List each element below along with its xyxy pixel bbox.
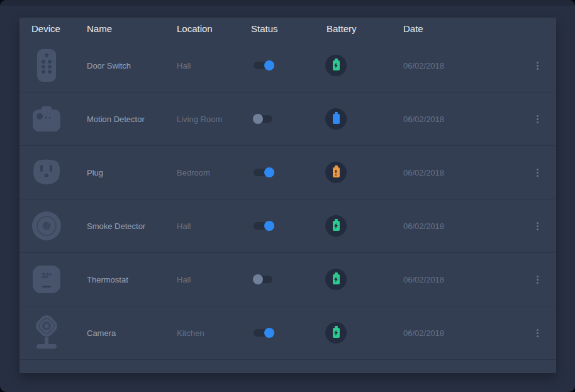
status-toggle[interactable] [254, 276, 272, 283]
device-name: Motion Detector [87, 115, 177, 124]
device-name: Camera [87, 328, 177, 338]
camera-icon [31, 315, 62, 351]
device-date: 06/02/2018 [403, 168, 518, 177]
status-toggle[interactable] [254, 329, 272, 337]
toggle-knob [253, 114, 263, 124]
device-location: Bedroom [177, 168, 251, 177]
table-row: Camera Kitchen 06/02/2018 [20, 306, 556, 360]
battery-icon [325, 215, 347, 237]
toggle-knob [264, 60, 274, 70]
status-toggle[interactable] [254, 115, 272, 123]
column-header-battery: Battery [327, 23, 403, 34]
device-date: 06/02/2018 [403, 221, 518, 231]
column-header-status: Status [251, 23, 327, 34]
battery-icon [325, 55, 347, 76]
device-location: Kitchen [177, 328, 251, 338]
device-date: 06/02/2018 [403, 61, 518, 70]
toggle-knob [264, 328, 274, 338]
kebab-menu-icon[interactable] [534, 273, 541, 286]
battery-icon [325, 322, 347, 344]
device-location: Living Room [177, 115, 251, 124]
plug-icon [31, 159, 62, 186]
toggle-knob [264, 167, 274, 177]
status-toggle[interactable] [254, 169, 272, 176]
status-toggle[interactable] [254, 222, 272, 230]
device-name: Plug [87, 168, 177, 177]
smoke-detector-icon [31, 211, 62, 241]
column-header-date: Date [403, 23, 518, 34]
remote-icon [31, 48, 62, 83]
kebab-menu-icon[interactable] [534, 327, 541, 340]
device-table-panel: Device Name Location Status Battery Date [20, 18, 556, 373]
column-header-device: Device [31, 23, 87, 34]
thermostat-icon: 32° [31, 265, 62, 294]
device-table-app: Device Name Location Status Battery Date [0, 0, 575, 392]
battery-icon [325, 269, 347, 290]
kebab-menu-icon[interactable] [534, 166, 541, 179]
device-name: Door Switch [87, 61, 177, 70]
table-row: Motion Detector Living Room 06/02/2018 [20, 92, 556, 146]
table-row: 32° Thermostat Hall 06/02/2018 [20, 253, 556, 306]
table-header: Device Name Location Status Battery Date [20, 18, 556, 39]
device-name: Thermostat [87, 275, 177, 284]
device-name: Smoke Detector [87, 221, 177, 231]
window-top-strip [0, 0, 575, 6]
table-row: Door Switch Hall 06/02/2018 [20, 39, 556, 92]
toggle-knob [253, 274, 263, 284]
kebab-menu-icon[interactable] [534, 220, 541, 233]
column-header-name: Name [87, 23, 177, 34]
battery-icon [325, 108, 347, 130]
kebab-menu-icon[interactable] [534, 59, 541, 72]
status-toggle[interactable] [254, 62, 272, 69]
toggle-knob [264, 221, 274, 231]
motion-detector-icon [31, 105, 62, 133]
device-date: 06/02/2018 [403, 275, 518, 284]
column-header-location: Location [177, 23, 251, 34]
device-date: 06/02/2018 [403, 115, 518, 124]
thermostat-temperature: 32° [42, 272, 52, 279]
table-row: Smoke Detector Hall 06/02/2018 [20, 199, 556, 253]
device-location: Hall [177, 221, 251, 231]
kebab-menu-icon[interactable] [534, 113, 541, 126]
battery-icon [325, 162, 347, 183]
device-location: Hall [177, 275, 251, 284]
table-row: Plug Bedroom 06/02/2018 [20, 146, 556, 199]
device-location: Hall [177, 61, 251, 70]
device-date: 06/02/2018 [403, 328, 518, 338]
